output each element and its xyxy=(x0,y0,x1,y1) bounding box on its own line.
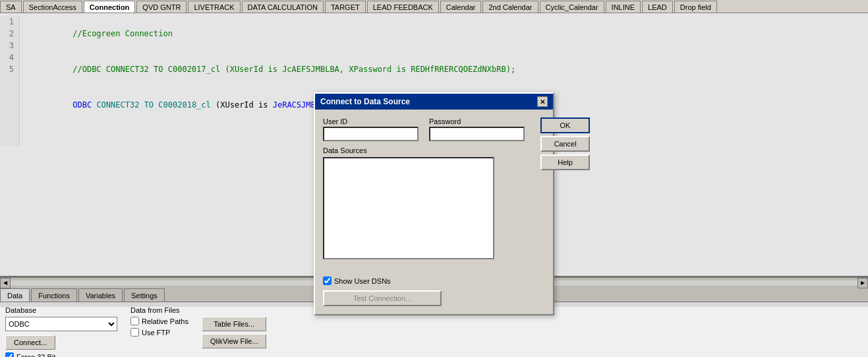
qlikview-file-button[interactable]: QlikView File... xyxy=(202,334,267,348)
data-sources-field: Data Sources xyxy=(323,146,525,259)
tab-calendar[interactable]: Calendar xyxy=(440,1,482,13)
file-buttons: Table Files... QlikView File... xyxy=(202,317,267,357)
use-ftp-checkbox[interactable] xyxy=(130,328,139,337)
show-dsn-checkbox[interactable] xyxy=(323,276,332,285)
database-label: Database xyxy=(5,306,117,314)
tab-cyclic-calendar[interactable]: Cyclic_Calendar xyxy=(540,1,604,13)
dialog-title-bar: Connect to Data Source ✕ xyxy=(315,94,553,110)
data-from-files-label: Data from Files xyxy=(130,306,188,314)
table-files-button[interactable]: Table Files... xyxy=(202,317,267,331)
force32-checkbox[interactable] xyxy=(5,352,14,357)
dialog-fields: User ID Password Data Sources xyxy=(323,117,525,259)
dialog-body: User ID Password Data Sources xyxy=(315,110,553,273)
use-ftp-label: Use FTP xyxy=(142,329,170,337)
connect-dialog: Connect to Data Source ✕ User ID xyxy=(314,92,554,315)
show-dsn-label: Show User DSNs xyxy=(334,277,391,285)
dialog-close-button[interactable]: ✕ xyxy=(537,96,548,107)
dialog-credentials-row: User ID Password Data Sources xyxy=(323,117,545,259)
tab-2nd-calendar[interactable]: 2nd Calendar xyxy=(482,1,538,13)
tab-qvd-gntr[interactable]: QVD GNTR xyxy=(136,1,187,13)
force32-row: Force 32 Bit xyxy=(5,352,117,357)
tab-sa[interactable]: SA xyxy=(0,1,22,13)
ok-button[interactable]: OK xyxy=(540,117,590,133)
relative-paths-checkbox[interactable] xyxy=(130,317,139,325)
dialog-title: Connect to Data Source xyxy=(320,97,410,106)
tab-data-calculation[interactable]: DATA CALCULATION xyxy=(242,1,324,13)
use-ftp-row: Use FTP xyxy=(130,328,188,337)
data-from-files-section: Data from Files Relative Paths Use FTP xyxy=(130,306,188,357)
relative-paths-label: Relative Paths xyxy=(142,317,188,325)
tab-livetrack[interactable]: LIVETRACK xyxy=(188,1,240,13)
tab-target[interactable]: TARGET xyxy=(325,1,366,13)
tab-connection[interactable]: Connection xyxy=(84,1,136,13)
dialog-footer: Show User DSNs Test Connection... xyxy=(315,273,553,314)
user-id-input[interactable] xyxy=(323,127,419,141)
data-sources-label: Data Sources xyxy=(323,146,525,154)
help-button[interactable]: Help xyxy=(540,154,590,170)
dialog-action-buttons: OK Cancel Help xyxy=(540,117,590,259)
test-connection-button[interactable]: Test Connection... xyxy=(323,290,442,306)
relative-paths-row: Relative Paths xyxy=(130,317,188,325)
code-area-wrapper: 1 2 3 4 5 //Ecogreen Connection //ODBC C… xyxy=(0,13,868,277)
show-dsn-row: Show User DSNs xyxy=(323,276,545,285)
database-section: Database ODBC Connect... Force 32 Bit Se… xyxy=(5,306,117,357)
user-id-field: User ID xyxy=(323,117,419,141)
database-select[interactable]: ODBC xyxy=(5,317,117,331)
tab-drop-field[interactable]: Drop field xyxy=(674,1,717,13)
force32-label: Force 32 Bit xyxy=(16,353,55,358)
connect-button[interactable]: Connect... xyxy=(5,335,55,350)
tab-bar: SA SectionAccess Connection QVD GNTR LIV… xyxy=(0,0,868,13)
password-field: Password xyxy=(429,117,525,141)
connect-button-row: Connect... xyxy=(5,335,117,350)
data-sources-list[interactable] xyxy=(323,157,494,259)
database-select-control: ODBC xyxy=(5,317,117,331)
tab-lead[interactable]: LEAD xyxy=(642,1,673,13)
tab-lead-feedback[interactable]: LEAD FEEDBACK xyxy=(367,1,439,13)
tab-section-access[interactable]: SectionAccess xyxy=(23,1,82,13)
password-label: Password xyxy=(429,117,525,125)
password-input[interactable] xyxy=(429,127,525,141)
dialog-id-password-row: User ID Password xyxy=(323,117,525,141)
tab-inline[interactable]: INLINE xyxy=(606,1,641,13)
cancel-button[interactable]: Cancel xyxy=(540,136,590,152)
user-id-label: User ID xyxy=(323,117,419,125)
dialog-overlay: Connect to Data Source ✕ User ID xyxy=(0,13,868,307)
